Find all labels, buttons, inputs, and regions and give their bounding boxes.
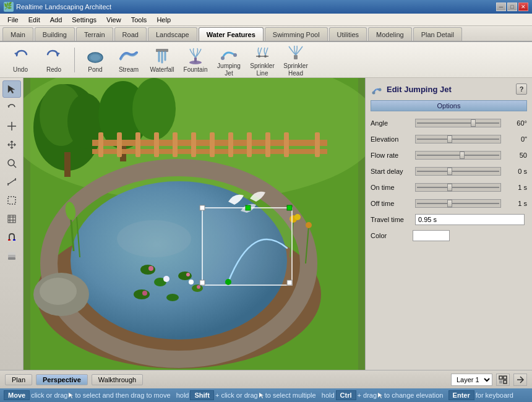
tool-measure[interactable] xyxy=(2,173,21,190)
menu-view[interactable]: View xyxy=(101,15,126,25)
cursor-icon-3 xyxy=(377,391,384,399)
view-walkthrough-button[interactable]: Walkthrough xyxy=(92,374,143,385)
tool-crosshair[interactable] xyxy=(2,118,21,135)
svg-rect-37 xyxy=(64,152,71,177)
menu-help[interactable]: Help xyxy=(152,15,176,25)
view-icon-btn-1[interactable] xyxy=(496,374,510,386)
svg-point-88 xyxy=(372,92,375,95)
redo-button[interactable]: Redo xyxy=(38,44,69,75)
status-click-drag: click or drag xyxy=(31,391,67,399)
tool-layers[interactable] xyxy=(2,247,21,265)
svg-point-76 xyxy=(294,214,301,220)
app-title: Realtime Landscaping Architect xyxy=(16,3,496,11)
tab-landscape[interactable]: Landscape xyxy=(148,27,197,41)
status-shift-key: Shift xyxy=(190,390,213,400)
waterfall-button[interactable]: Waterfall xyxy=(147,44,178,75)
status-ctrl-key: Ctrl xyxy=(336,390,356,400)
off-time-slider[interactable] xyxy=(415,199,501,208)
tool-undo[interactable] xyxy=(2,99,21,116)
svg-point-85 xyxy=(225,279,231,285)
off-time-value: 1 s xyxy=(504,200,527,207)
tab-swimming-pool[interactable]: Swimming Pool xyxy=(265,27,328,41)
svg-rect-54 xyxy=(315,132,320,157)
fountain-button[interactable]: Fountain xyxy=(180,44,211,75)
view-plan-button[interactable]: Plan xyxy=(5,374,32,385)
undo-button[interactable]: Undo xyxy=(5,44,36,75)
tab-road[interactable]: Road xyxy=(114,27,147,41)
tool-select[interactable] xyxy=(2,80,21,98)
menu-edit[interactable]: Edit xyxy=(24,15,45,25)
menu-file[interactable]: File xyxy=(2,15,24,25)
view-perspective-button[interactable]: Perspective xyxy=(36,374,88,385)
fountain-label: Fountain xyxy=(184,66,208,74)
sprinkler-line-button[interactable]: SprinklerLine xyxy=(247,40,278,79)
help-button[interactable]: ? xyxy=(516,83,527,95)
svg-rect-49 xyxy=(210,132,215,157)
svg-rect-26 xyxy=(8,215,15,223)
scene-view xyxy=(24,78,365,370)
stream-button[interactable]: Stream xyxy=(113,44,144,75)
tab-building[interactable]: Building xyxy=(35,27,75,41)
status-bar: Move click or drag to select and then dr… xyxy=(0,388,532,402)
tool-frame[interactable] xyxy=(2,192,21,209)
menu-bar: File Edit Add Settings View Tools Help xyxy=(0,14,532,26)
tab-utilities[interactable]: Utilities xyxy=(329,27,367,41)
options-label: Options xyxy=(437,102,461,109)
tab-plan-detail[interactable]: Plan Detail xyxy=(413,27,462,41)
status-enter-key: Enter xyxy=(448,390,474,400)
svg-point-66 xyxy=(186,273,190,276)
layer-select[interactable]: Layer 1 Layer 2 Layer 3 xyxy=(451,374,492,386)
tool-grid[interactable] xyxy=(2,210,21,228)
svg-rect-45 xyxy=(135,132,140,157)
cursor-icon-2 xyxy=(258,391,265,399)
svg-rect-81 xyxy=(287,205,292,210)
travel-time-input[interactable] xyxy=(415,214,525,225)
angle-slider[interactable] xyxy=(415,119,501,127)
svg-rect-51 xyxy=(247,132,252,157)
status-select-move: to select and then drag to move hold xyxy=(75,391,189,399)
status-select-multiple: to select multiple hold xyxy=(265,391,335,399)
tab-modeling[interactable]: Modeling xyxy=(368,27,412,41)
tool-pan[interactable] xyxy=(2,136,21,153)
pond-icon xyxy=(85,46,105,66)
tab-water-features[interactable]: Water Features xyxy=(199,27,264,41)
svg-rect-48 xyxy=(191,132,196,157)
flow-rate-slider[interactable] xyxy=(415,151,501,160)
undo-icon xyxy=(11,46,30,66)
svg-rect-83 xyxy=(287,280,292,285)
minimize-button[interactable]: ─ xyxy=(496,2,506,11)
close-button[interactable]: ✕ xyxy=(518,2,528,11)
sprinkler-head-button[interactable]: SprinklerHead xyxy=(280,40,311,79)
tool-magnet[interactable] xyxy=(2,229,21,246)
status-ctrl-action: + drag xyxy=(358,391,377,399)
start-delay-label: Start delay xyxy=(371,168,413,175)
tab-main[interactable]: Main xyxy=(2,27,33,41)
elevation-slider[interactable] xyxy=(415,135,501,143)
tool-zoom[interactable] xyxy=(2,155,21,172)
undo-label: Undo xyxy=(13,66,28,74)
svg-rect-79 xyxy=(202,208,292,285)
on-time-slider[interactable] xyxy=(415,183,501,192)
elevation-row: Elevation 0" xyxy=(371,132,527,146)
color-row: Color xyxy=(371,229,527,242)
maximize-button[interactable]: □ xyxy=(507,2,517,11)
jumping-jet-button[interactable]: JumpingJet xyxy=(213,40,244,79)
start-delay-slider[interactable] xyxy=(415,167,501,176)
tab-terrain[interactable]: Terrain xyxy=(76,27,113,41)
menu-add[interactable]: Add xyxy=(45,15,67,25)
waterfall-label: Waterfall xyxy=(150,66,174,74)
svg-rect-47 xyxy=(173,132,178,157)
pond-button[interactable]: Pond xyxy=(80,44,111,75)
svg-point-67 xyxy=(142,291,147,296)
menu-settings[interactable]: Settings xyxy=(67,15,101,25)
menu-tools[interactable]: Tools xyxy=(126,15,152,25)
svg-rect-90 xyxy=(499,376,502,379)
angle-value: 60° xyxy=(504,119,527,127)
color-picker[interactable] xyxy=(413,230,450,241)
view-icon-btn-2[interactable] xyxy=(513,374,527,386)
svg-rect-53 xyxy=(284,132,289,157)
viewport[interactable] xyxy=(24,78,365,370)
right-panel: Edit Jumping Jet ? Options Angle 60° Ele… xyxy=(365,78,532,370)
travel-time-row: Travel time xyxy=(371,213,527,226)
panel-header: Edit Jumping Jet ? xyxy=(371,83,527,95)
